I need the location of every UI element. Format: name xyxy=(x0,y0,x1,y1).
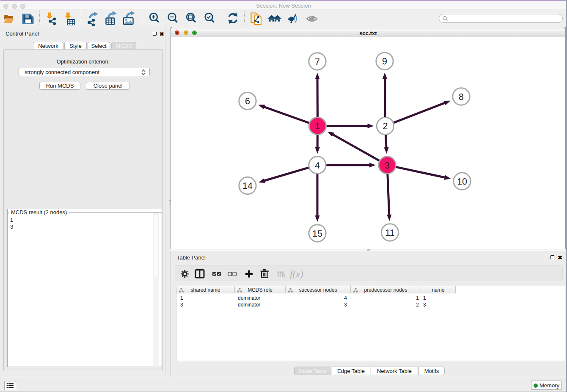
svg-text:9: 9 xyxy=(382,56,387,66)
svg-text:10: 10 xyxy=(457,177,467,187)
svg-text:11: 11 xyxy=(385,228,394,238)
svg-text:2: 2 xyxy=(383,121,388,131)
svg-text:15: 15 xyxy=(312,229,322,239)
svg-text:3: 3 xyxy=(385,160,390,171)
svg-text:14: 14 xyxy=(242,181,253,191)
svg-text:7: 7 xyxy=(315,57,320,67)
svg-text:6: 6 xyxy=(245,96,250,106)
svg-text:1: 1 xyxy=(315,121,320,131)
svg-text:8: 8 xyxy=(459,92,464,102)
svg-text:4: 4 xyxy=(315,160,320,171)
svg-text:f(x): f(x) xyxy=(290,269,303,279)
